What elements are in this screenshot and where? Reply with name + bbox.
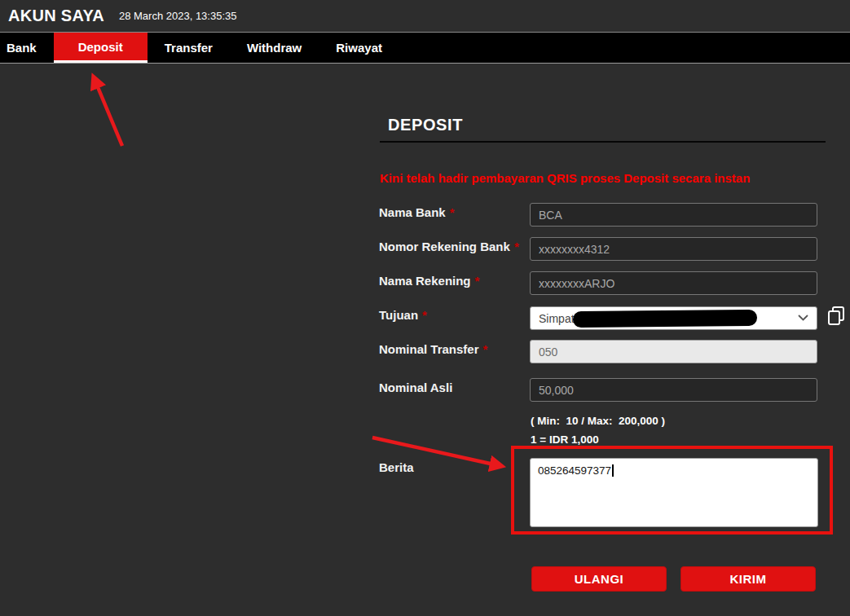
label-text: Nominal Asli xyxy=(379,381,452,394)
header-datetime: 28 March 2023, 13:35:35 xyxy=(119,10,237,22)
nav-bar: Bank Deposit Transfer Withdraw Riwayat xyxy=(0,32,850,64)
berita-label: Berita xyxy=(379,460,414,474)
arrow-to-deposit-tab xyxy=(94,77,122,146)
required-mark: * xyxy=(475,274,480,288)
required-mark: * xyxy=(450,205,455,219)
nama-rekening-label: Nama Rekening* xyxy=(379,274,479,288)
text-cursor xyxy=(612,464,614,477)
tab-bank[interactable]: Bank xyxy=(0,33,54,63)
tab-transfer[interactable]: Transfer xyxy=(148,33,230,63)
min-max-note: ( Min: 10 / Max: 200,000 ) xyxy=(531,415,665,427)
kirim-button[interactable]: KIRIM xyxy=(680,566,816,592)
nominal-transfer-input[interactable] xyxy=(530,340,817,363)
nomor-rekening-input[interactable] xyxy=(530,237,817,261)
tab-withdraw[interactable]: Withdraw xyxy=(230,33,319,63)
tujuan-label: Tujuan* xyxy=(379,308,427,322)
copy-icon[interactable] xyxy=(825,305,848,329)
tab-deposit[interactable]: Deposit xyxy=(54,33,148,63)
berita-value: 085264597377 xyxy=(538,464,611,477)
label-text: Tujuan xyxy=(379,308,418,322)
title-underline xyxy=(380,141,826,143)
ulangi-button[interactable]: ULANGI xyxy=(531,566,667,592)
app-window: AKUN SAYA 28 March 2023, 13:35:35 Bank D… xyxy=(0,0,850,616)
app-title: AKUN SAYA xyxy=(8,7,104,25)
conversion-rate-note: 1 = IDR 1,000 xyxy=(531,433,599,446)
nama-bank-label: Nama Bank* xyxy=(379,205,455,219)
nominal-asli-input[interactable] xyxy=(530,378,817,402)
label-text: Nama Bank xyxy=(379,205,446,219)
required-mark: * xyxy=(483,342,488,356)
nominal-transfer-label: Nominal Transfer* xyxy=(379,342,487,356)
redaction-blob xyxy=(573,310,757,328)
header-bar: AKUN SAYA 28 March 2023, 13:35:35 xyxy=(0,0,850,32)
label-text: Nominal Transfer xyxy=(379,342,479,356)
nama-bank-input[interactable] xyxy=(530,203,817,227)
label-text: Nomor Rekening Bank xyxy=(379,240,510,253)
chevron-down-icon xyxy=(798,315,808,322)
berita-textarea[interactable]: 085264597377 xyxy=(530,458,818,527)
qris-promo-notice: Kini telah hadir pembayaran QRIS proses … xyxy=(380,171,750,185)
tab-riwayat[interactable]: Riwayat xyxy=(319,33,399,63)
nominal-asli-label: Nominal Asli xyxy=(379,381,452,394)
tujuan-select[interactable]: Simpati - xyxy=(530,306,817,330)
required-mark: * xyxy=(514,240,519,253)
nama-rekening-input[interactable] xyxy=(530,271,817,295)
required-mark: * xyxy=(422,308,427,322)
label-text: Berita xyxy=(379,460,414,474)
page-title: DEPOSIT xyxy=(388,116,463,134)
nomor-rekening-label: Nomor Rekening Bank* xyxy=(379,240,519,253)
label-text: Nama Rekening xyxy=(379,274,471,288)
